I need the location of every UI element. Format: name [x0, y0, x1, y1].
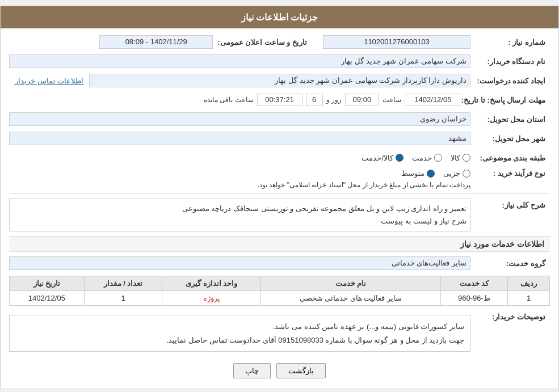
tabaqe-kala-label: کالا	[451, 154, 460, 162]
khAdamatInfo-title: اطلاعات خدمات مورد نیاز	[9, 236, 550, 252]
noeFarayand-jozi: جزیی	[443, 169, 470, 178]
mohlatIrsal-roz: 6	[306, 94, 323, 106]
tabaqe-label: طبقه بندی موضوعی:	[470, 154, 550, 162]
mohlatIrsal-date: 1402/12/05	[405, 94, 461, 106]
cell-kodKhadamat: ط-96-960	[440, 291, 507, 306]
chap-button[interactable]: چاپ	[233, 363, 271, 378]
shahreKoli-row: شرح کلی نیاز: تعمیر و راه اندازی زیپ لای…	[9, 199, 550, 231]
cell-namKhadamat: سایر فعالیت های خدماتی شخصی	[261, 291, 441, 306]
col-radif: ردیف	[508, 276, 550, 291]
groheKhadamat-value: سایر فعالیت‌های خدماتی	[9, 256, 470, 270]
ostanMahal-value: خراسان رضوی	[9, 112, 470, 126]
page-title: جزئیات اطلاعات نیاز	[241, 12, 318, 22]
shahrMahal-label: شهر محل تحویل:	[470, 134, 550, 143]
radio-kalaKhadamat-icon	[396, 154, 404, 162]
radio-khadamat-icon	[434, 154, 442, 162]
noeFarayand-motavaset: متوسط	[401, 169, 435, 178]
button-row: بازگشت چاپ	[9, 363, 550, 378]
noeFarayand-jozi-label: جزیی	[443, 169, 460, 178]
shomareNiaz-value: 1102001276000103	[323, 35, 470, 49]
namDastgah-row: نام دستگاه خریدار: شرکت سهامی عمران شهر …	[9, 53, 550, 69]
ijadKonande-value: داریوش دارا کاربرداز شرکت سهامی عمران شه…	[89, 74, 470, 87]
namDastgah-value: شرکت سهامی عمران شهر جدید گل بهار	[9, 54, 470, 68]
tabaqe-khadamat: خدمت	[412, 154, 442, 162]
shahreKoli-label: شرح کلی نیاز:	[470, 199, 550, 209]
noeFarayand-row: نوع فرآیند خرید : جزیی متوسط پرداخت تمام…	[9, 169, 550, 189]
toseihKharidan-label: توصیحات خریدار:	[470, 310, 550, 321]
noeFarayand-label: نوع فرآیند خرید :	[470, 169, 550, 178]
ostanMahal-row: استان محل تحویل: خراسان رضوی	[9, 111, 550, 127]
mohlatIrsal-row: مهلت ارسال پاسخ: تا تاریخ: 1402/12/05 سا…	[9, 92, 550, 108]
bazgasht-button[interactable]: بازگشت	[276, 363, 326, 378]
ijadKonande-label: ایجاد کننده درخواست:	[470, 77, 550, 85]
ostanMahal-label: استان محل تحویل:	[470, 115, 550, 124]
cell-radif: 1	[508, 291, 550, 306]
cell-tarikh: 1402/12/05	[10, 291, 85, 306]
mohlatIrsal-saatBaqi: 00:37:21	[257, 94, 302, 106]
noeFarayand-note: پرداخت تمام یا بخشی از مبلغ خریدار از مح…	[258, 181, 470, 189]
roz-label: روز و	[326, 96, 342, 104]
tarikhSaatIlan-value: 1402/11/29 - 08:09	[99, 35, 213, 49]
ijadKonande-link[interactable]: اطلاعات تماس خریدار	[15, 77, 83, 85]
tabaqe-row: طبقه بندی موضوعی: کالا خدمت کالا/خدمت	[9, 150, 550, 166]
saatBaqi-label: ساعت باقی مانده	[204, 96, 254, 104]
noeFarayand-options: جزیی متوسط پرداخت تمام یا بخشی از مبلغ خ…	[258, 169, 470, 189]
shomareNiaz-row: شماره نیاز : 1102001276000103 تاریخ و سا…	[9, 34, 550, 50]
tarikhSaatIlan-label: تاریخ و ساعت اعلان عمومی:	[213, 38, 312, 47]
shahreKoli-value: تعمیر و راه اندازی زیپ لاین و پل معلق مج…	[9, 199, 470, 231]
khadamat-table: ردیف کد خدمت نام خدمت واحد اندازه گیری ت…	[9, 276, 550, 306]
tabaqe-options: کالا خدمت کالا/خدمت	[362, 154, 470, 162]
tabaqe-kalaKhadamat-label: کالا/خدمت	[362, 154, 393, 162]
saat-label: ساعت	[383, 96, 401, 104]
noeFarayand-motavaset-label: متوسط	[401, 169, 424, 178]
radio-motavaset-icon	[427, 170, 435, 178]
cell-tedad: 1	[84, 291, 162, 306]
toseihKharidan-row: توصیحات خریدار: سایر کسورات قانونی (بیمه…	[9, 310, 550, 356]
groheKhadamat-row: گروه خدمت: سایر فعالیت‌های خدماتی	[9, 255, 550, 271]
page-header: جزئیات اطلاعات نیاز	[1, 6, 558, 28]
tabaqe-kalaKhadamat: کالا/خدمت	[362, 154, 404, 162]
tabaqe-kala: کالا	[451, 154, 470, 162]
col-vahed: واحد اندازه گیری	[162, 276, 261, 291]
namDastgah-label: نام دستگاه خریدار:	[470, 57, 550, 66]
table-row: 1ط-96-960سایر فعالیت های خدماتی شخصیپروژ…	[10, 291, 550, 306]
cell-vahed: پروژه	[162, 291, 261, 306]
tabaqe-khadamat-label: خدمت	[412, 154, 432, 162]
toseihKharidan-value: سایر کسورات قانونی (بیمه و...) بر عهده ت…	[9, 315, 470, 352]
shahrMahal-value: مشهد	[9, 132, 470, 145]
col-namKhadamat: نام خدمت	[261, 276, 441, 291]
mohlatIrsal-saat: 09:00	[345, 94, 379, 106]
mohlatIrsal-label: مهلت ارسال پاسخ: تا تاریخ:	[461, 96, 550, 104]
groheKhadamat-label: گروه خدمت:	[470, 259, 550, 268]
shomareNiaz-label: شماره نیاز :	[470, 38, 550, 47]
radio-jozi-icon	[463, 170, 470, 178]
radio-kala-icon	[463, 154, 470, 162]
shahrMahal-row: شهر محل تحویل: مشهد	[9, 130, 550, 146]
col-kodKhadamat: کد خدمت	[440, 276, 507, 291]
ijadKonande-row: ایجاد کننده درخواست: داریوش دارا کاربردا…	[9, 73, 550, 88]
khadamat-table-container: ردیف کد خدمت نام خدمت واحد اندازه گیری ت…	[9, 276, 550, 306]
col-tedad: تعداد / مقدار	[84, 276, 162, 291]
col-tarikh: تاریخ نیاز	[10, 276, 85, 291]
